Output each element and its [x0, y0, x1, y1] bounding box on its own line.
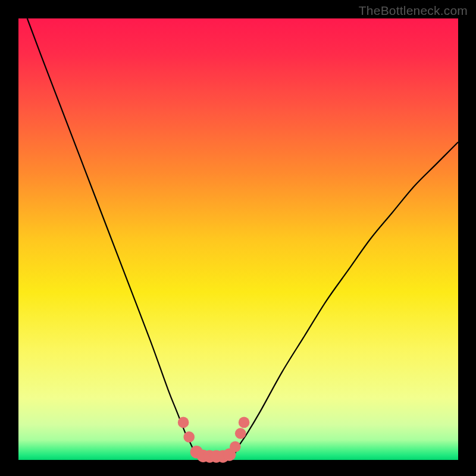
curve-marker — [239, 417, 250, 428]
curve-marker — [183, 431, 195, 443]
curve-marker — [230, 441, 241, 452]
curve-marker — [178, 417, 189, 428]
watermark-text: TheBottleneck.com — [359, 4, 468, 18]
curve-marker — [235, 428, 246, 439]
plot-background — [18, 18, 458, 460]
chart-frame: TheBottleneck.com — [0, 0, 476, 476]
bottleneck-chart — [0, 0, 476, 476]
